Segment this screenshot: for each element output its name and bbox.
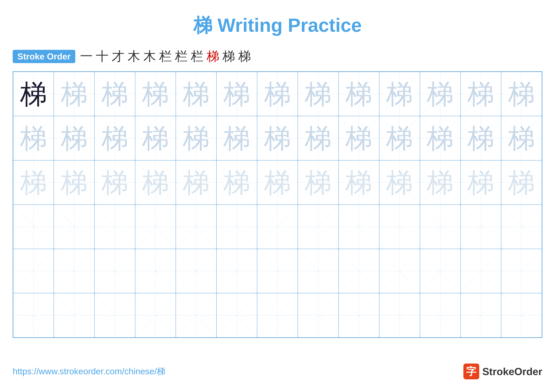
svg-line-117: [257, 249, 298, 293]
cell-2-8[interactable]: 梯: [298, 116, 338, 160]
cell-1-1[interactable]: 梯: [13, 72, 54, 116]
cell-6-12[interactable]: [460, 293, 501, 337]
cell-4-5[interactable]: [176, 205, 216, 249]
cell-6-9[interactable]: [339, 293, 379, 337]
cell-3-2[interactable]: 梯: [54, 160, 95, 205]
cell-1-11[interactable]: 梯: [420, 72, 460, 116]
cell-6-4[interactable]: [135, 293, 176, 337]
cell-1-8[interactable]: 梯: [298, 72, 338, 116]
cell-2-1[interactable]: 梯: [13, 116, 54, 160]
cell-5-3[interactable]: [95, 249, 135, 293]
svg-line-96: [380, 205, 420, 249]
cell-6-5[interactable]: [176, 293, 216, 337]
cell-2-9[interactable]: 梯: [339, 116, 379, 160]
cell-4-3[interactable]: [95, 205, 135, 249]
cell-2-3[interactable]: 梯: [95, 116, 135, 160]
cell-3-3[interactable]: 梯: [95, 160, 135, 205]
cell-2-11[interactable]: 梯: [420, 116, 460, 160]
cell-5-12[interactable]: [460, 249, 501, 293]
cell-2-7[interactable]: 梯: [257, 116, 298, 160]
cell-2-12[interactable]: 梯: [460, 116, 501, 160]
svg-line-154: [501, 293, 542, 337]
svg-line-111: [135, 249, 175, 293]
cell-1-10[interactable]: 梯: [379, 72, 420, 116]
cell-3-13[interactable]: 梯: [501, 160, 542, 205]
cell-4-11[interactable]: [420, 205, 460, 249]
svg-line-102: [501, 205, 542, 249]
cell-5-5[interactable]: [176, 249, 216, 293]
svg-line-133: [54, 293, 94, 337]
cell-6-11[interactable]: [420, 293, 460, 337]
cell-4-13[interactable]: [501, 205, 542, 249]
cell-5-10[interactable]: [379, 249, 420, 293]
cell-3-5[interactable]: 梯: [176, 160, 216, 205]
grid-row-4: [13, 205, 542, 249]
cell-1-2[interactable]: 梯: [54, 72, 95, 116]
cell-2-2[interactable]: 梯: [54, 116, 95, 160]
cell-1-13[interactable]: 梯: [501, 72, 542, 116]
cell-5-1[interactable]: [13, 249, 54, 293]
cell-5-2[interactable]: [54, 249, 95, 293]
cell-3-8[interactable]: 梯: [298, 160, 338, 205]
cell-3-10[interactable]: 梯: [379, 160, 420, 205]
cell-4-4[interactable]: [135, 205, 176, 249]
svg-line-143: [257, 293, 298, 337]
cell-3-6[interactable]: 梯: [216, 160, 257, 205]
svg-line-148: [380, 293, 420, 337]
svg-line-135: [95, 293, 135, 337]
svg-line-92: [298, 205, 338, 249]
svg-line-89: [217, 205, 257, 249]
svg-line-113: [176, 249, 216, 293]
cell-2-6[interactable]: 梯: [216, 116, 257, 160]
cell-5-6[interactable]: [216, 249, 257, 293]
cell-1-7[interactable]: 梯: [257, 72, 298, 116]
cell-5-8[interactable]: [298, 249, 338, 293]
svg-line-138: [176, 293, 216, 337]
cell-6-3[interactable]: [95, 293, 135, 337]
cell-5-13[interactable]: [501, 249, 542, 293]
cell-2-10[interactable]: 梯: [379, 116, 420, 160]
stroke-order-row: Stroke Order 一 十 才 木 木 栏 栏 栏 梯 梯 梯: [13, 48, 542, 65]
cell-4-10[interactable]: [379, 205, 420, 249]
stroke-8: 栏: [191, 48, 204, 65]
cell-4-12[interactable]: [460, 205, 501, 249]
footer-url[interactable]: https://www.strokeorder.com/chinese/梯: [13, 366, 166, 377]
cell-2-4[interactable]: 梯: [135, 116, 176, 160]
cell-4-8[interactable]: [298, 205, 338, 249]
cell-6-2[interactable]: [54, 293, 95, 337]
cell-5-9[interactable]: [339, 249, 379, 293]
cell-6-10[interactable]: [379, 293, 420, 337]
cell-4-1[interactable]: [13, 205, 54, 249]
cell-2-13[interactable]: 梯: [501, 116, 542, 160]
cell-5-7[interactable]: [257, 249, 298, 293]
cell-6-13[interactable]: [501, 293, 542, 337]
cell-5-11[interactable]: [420, 249, 460, 293]
cell-6-6[interactable]: [216, 293, 257, 337]
cell-1-5[interactable]: 梯: [176, 72, 216, 116]
cell-3-11[interactable]: 梯: [420, 160, 460, 205]
cell-2-5[interactable]: 梯: [176, 116, 216, 160]
cell-4-2[interactable]: [54, 205, 95, 249]
cell-4-9[interactable]: [339, 205, 379, 249]
grid-row-5: [13, 249, 542, 293]
svg-line-146: [339, 293, 379, 337]
cell-5-4[interactable]: [135, 249, 176, 293]
cell-3-9[interactable]: 梯: [339, 160, 379, 205]
cell-3-12[interactable]: 梯: [460, 160, 501, 205]
cell-6-8[interactable]: [298, 293, 338, 337]
cell-1-12[interactable]: 梯: [460, 72, 501, 116]
svg-line-116: [257, 249, 298, 293]
cell-3-7[interactable]: 梯: [257, 160, 298, 205]
cell-1-9[interactable]: 梯: [339, 72, 379, 116]
cell-1-4[interactable]: 梯: [135, 72, 176, 116]
cell-4-7[interactable]: [257, 205, 298, 249]
cell-4-6[interactable]: [216, 205, 257, 249]
cell-3-4[interactable]: 梯: [135, 160, 176, 205]
cell-1-6[interactable]: 梯: [216, 72, 257, 116]
svg-line-151: [420, 293, 460, 337]
cell-6-7[interactable]: [257, 293, 298, 337]
cell-1-3[interactable]: 梯: [95, 72, 135, 116]
cell-6-1[interactable]: [13, 293, 54, 337]
svg-line-131: [13, 293, 54, 337]
cell-3-1[interactable]: 梯: [13, 160, 54, 205]
